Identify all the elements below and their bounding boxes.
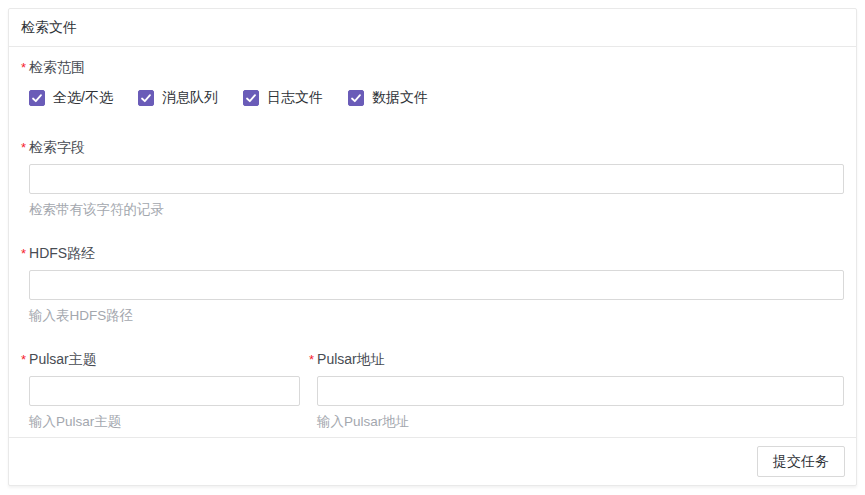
pulsar-topic-input[interactable] <box>29 376 300 406</box>
search-field-hint: 检索带有该字符的记录 <box>29 202 844 217</box>
checkbox-data-file[interactable]: 数据文件 <box>348 89 428 107</box>
form-item-pulsar-address: *Pulsar地址 输入Pulsar地址 <box>309 352 844 429</box>
form-item-scope: *检索范围 全选/不选 消息队列 日志文件 数据文件 <box>29 60 844 107</box>
required-marker: * <box>309 352 314 367</box>
checkbox-label: 消息队列 <box>162 89 218 107</box>
checkbox-checked-icon[interactable] <box>29 90 45 106</box>
form-item-hdfs-path: *HDFS路经 输入表HDFS路径 <box>29 246 844 323</box>
hdfs-path-input[interactable] <box>29 270 844 300</box>
hdfs-path-label: *HDFS路经 <box>29 246 844 261</box>
checkbox-checked-icon[interactable] <box>138 90 154 106</box>
submit-task-button[interactable]: 提交任务 <box>757 446 845 477</box>
required-marker: * <box>21 140 26 155</box>
checkbox-checked-icon[interactable] <box>243 90 259 106</box>
search-files-panel: 检索文件 *检索范围 全选/不选 消息队列 日志文件 <box>8 8 857 486</box>
checkbox-label: 数据文件 <box>372 89 428 107</box>
pulsar-topic-hint: 输入Pulsar主题 <box>29 414 300 429</box>
checkbox-message-queue[interactable]: 消息队列 <box>138 89 218 107</box>
form-row-pulsar: *Pulsar主题 输入Pulsar主题 *Pulsar地址 输入Pulsar地… <box>29 352 844 429</box>
form-item-pulsar-topic: *Pulsar主题 输入Pulsar主题 <box>29 352 300 429</box>
pulsar-address-hint: 输入Pulsar地址 <box>317 414 844 429</box>
checkbox-label: 日志文件 <box>267 89 323 107</box>
pulsar-topic-label: *Pulsar主题 <box>29 352 300 367</box>
search-field-label: *检索字段 <box>29 140 844 155</box>
checkbox-log-file[interactable]: 日志文件 <box>243 89 323 107</box>
pulsar-address-input[interactable] <box>317 376 844 406</box>
panel-header: 检索文件 <box>9 9 856 47</box>
required-marker: * <box>21 60 26 75</box>
scope-label: *检索范围 <box>29 60 844 75</box>
pulsar-address-label: *Pulsar地址 <box>317 352 844 367</box>
panel-title: 检索文件 <box>21 19 77 37</box>
hdfs-path-hint: 输入表HDFS路径 <box>29 308 844 323</box>
required-marker: * <box>21 246 26 261</box>
search-field-input[interactable] <box>29 164 844 194</box>
required-marker: * <box>21 352 26 367</box>
form-item-search-field: *检索字段 检索带有该字符的记录 <box>29 140 844 217</box>
form-body: *检索范围 全选/不选 消息队列 日志文件 数据文件 <box>9 47 856 437</box>
checkbox-select-all[interactable]: 全选/不选 <box>29 89 113 107</box>
checkbox-checked-icon[interactable] <box>348 90 364 106</box>
panel-footer: 提交任务 <box>9 437 856 485</box>
checkbox-label: 全选/不选 <box>53 89 113 107</box>
scope-checkbox-group: 全选/不选 消息队列 日志文件 数据文件 <box>29 89 844 107</box>
